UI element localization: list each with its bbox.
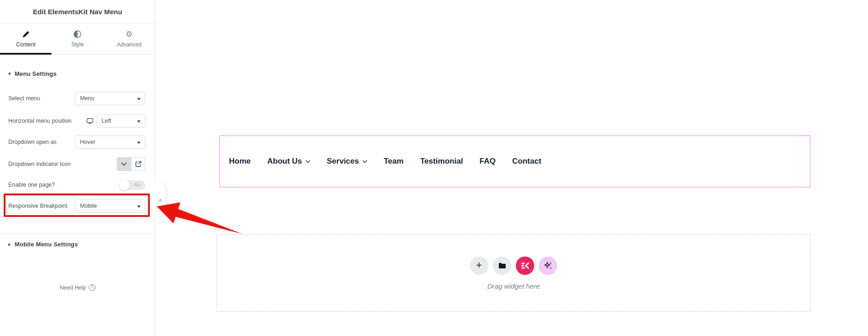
tab-advanced-label: Advanced [117, 41, 141, 48]
add-template-button[interactable] [493, 256, 511, 275]
dropdown-open-as-label: Dropdown open as [8, 139, 57, 145]
dropdown-chevron-icon [362, 160, 367, 163]
section-menu-settings-label: Menu Settings [15, 70, 57, 77]
nav-item-label: Team [384, 157, 404, 166]
tab-style-label: Style [71, 41, 84, 48]
elementskit-button[interactable] [516, 256, 534, 275]
tab-content[interactable]: Content [0, 23, 51, 54]
half-circle-icon [74, 30, 81, 39]
nav-item-faq[interactable]: FAQ [480, 157, 496, 166]
nav-item-team[interactable]: Team [384, 157, 404, 166]
chevron-down-icon-button[interactable] [117, 157, 131, 171]
dropdown-indicator-icon-control [117, 157, 145, 171]
tab-advanced[interactable]: ⚙ Advanced [103, 23, 155, 54]
section-mobile-menu-settings[interactable]: ▸ Mobile Menu Settings [8, 241, 78, 248]
enable-one-page-label: Enable one page? [8, 182, 55, 188]
dropdown-open-as-dropdown[interactable]: Hover [75, 136, 145, 149]
responsive-breakpoint-dropdown[interactable]: Mobile [75, 199, 145, 213]
control-responsive-breakpoint: Responsive Breakpoint Mobile [8, 199, 145, 213]
collapse-chevron-icon: ‹ [159, 196, 161, 204]
toggle-state-label: No [134, 182, 141, 188]
nav-menu-widget[interactable]: Home About Us Services Team Testimonial … [219, 135, 811, 188]
caret-down-icon: ▾ [8, 71, 11, 77]
widget-settings-panel: Edit ElementsKit Nav Menu Content Styl [0, 0, 155, 336]
control-select-menu: Select menu Menu [8, 91, 145, 105]
nav-item-label: Contact [512, 157, 541, 166]
nav-item-contact[interactable]: Contact [512, 157, 541, 166]
need-help-label: Need Help [60, 285, 86, 291]
enable-one-page-toggle[interactable]: No [119, 180, 145, 190]
question-mark-icon: ? [89, 284, 96, 291]
device-desktop-icon[interactable] [86, 118, 93, 124]
nav-item-label: Services [327, 157, 359, 166]
control-dropdown-open-as: Dropdown open as Hover [8, 135, 145, 149]
select-menu-value: Menu [80, 95, 94, 102]
panel-collapse-button[interactable]: ‹ [155, 184, 166, 216]
gear-icon: ⚙ [126, 30, 132, 39]
nav-item-about-us[interactable]: About Us [267, 157, 310, 166]
nav-item-label: FAQ [480, 157, 496, 166]
toggle-knob [119, 180, 130, 190]
tab-style[interactable]: Style [51, 23, 103, 54]
nav-item-label: About Us [267, 157, 302, 166]
add-element-button[interactable]: + [470, 256, 488, 275]
caret-right-icon: ▸ [8, 241, 11, 247]
empty-section-dropzone[interactable]: + [217, 234, 811, 312]
sparkles-icon [543, 261, 553, 270]
elementskit-logo-icon [520, 261, 530, 270]
nav-item-label: Testimonial [420, 157, 463, 166]
dropdown-indicator-icon-label: Dropdown Indicator Icon [8, 161, 71, 167]
responsive-breakpoint-value: Mobile [80, 203, 97, 209]
pencil-icon [22, 30, 30, 39]
nav-item-services[interactable]: Services [327, 157, 367, 166]
horizontal-menu-position-label: Horizontal menu position [8, 118, 72, 124]
nav-item-label: Home [229, 157, 251, 166]
select-menu-label: Select menu [8, 95, 40, 102]
section-divider [0, 233, 155, 233]
control-horizontal-menu-position: Horizontal menu position Left [8, 114, 145, 128]
folder-icon [498, 262, 506, 269]
panel-title: Edit ElementsKit Nav Menu [0, 0, 155, 23]
control-enable-one-page: Enable one page? No [8, 178, 145, 192]
responsive-breakpoint-label: Responsive Breakpoint [8, 203, 68, 209]
external-link-icon-button[interactable] [131, 157, 145, 171]
ai-assistant-button[interactable] [539, 256, 557, 275]
dropdown-chevron-icon [305, 160, 310, 163]
need-help-link[interactable]: Need Help ? [0, 284, 155, 291]
section-mobile-menu-settings-label: Mobile Menu Settings [15, 241, 78, 248]
section-menu-settings[interactable]: ▾ Menu Settings [8, 70, 57, 77]
select-menu-dropdown[interactable]: Menu [75, 92, 145, 105]
horizontal-menu-position-dropdown[interactable]: Left [97, 114, 145, 128]
dropdown-open-as-value: Hover [80, 139, 95, 145]
annotation-arrow [152, 195, 248, 239]
control-dropdown-indicator-icon: Dropdown Indicator Icon [8, 157, 145, 171]
plus-icon: + [476, 260, 482, 270]
tab-content-label: Content [16, 41, 35, 48]
nav-item-home[interactable]: Home [229, 157, 251, 166]
add-widget-buttons: + [470, 256, 557, 275]
drag-widget-placeholder: Drag widget here [487, 282, 540, 290]
panel-tabs: Content Style ⚙ Advanced [0, 23, 155, 55]
nav-item-testimonial[interactable]: Testimonial [420, 157, 463, 166]
elementor-editor: Edit ElementsKit Nav Menu Content Styl [0, 0, 868, 336]
horizontal-menu-position-value: Left [102, 118, 111, 124]
